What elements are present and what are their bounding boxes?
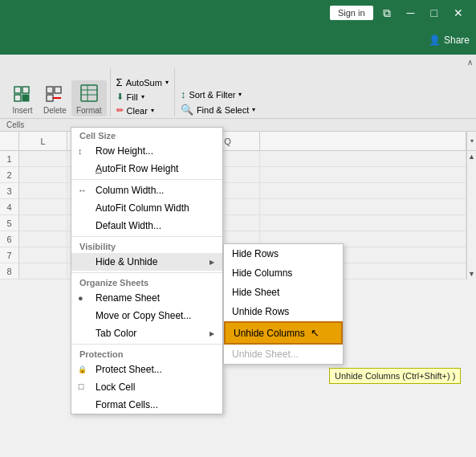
format-dropdown-menu: Cell Size ↕ Row Height... AutoFit Row He… xyxy=(71,127,223,414)
insert-label: Insert xyxy=(12,106,32,115)
row-num-2: 2 xyxy=(0,167,19,183)
row-num-3: 3 xyxy=(0,183,19,199)
restore-button[interactable]: ⧉ xyxy=(376,3,397,23)
fill-dropdown-icon: ▾ xyxy=(141,93,144,100)
share-button[interactable]: 👤 Share xyxy=(429,35,470,46)
move-copy-label: Move or Copy Sheet... xyxy=(96,310,191,321)
svg-rect-8 xyxy=(81,85,97,101)
cell-rest4 xyxy=(260,199,466,215)
autosum-icon: Σ xyxy=(116,76,123,88)
move-copy-item[interactable]: Move or Copy Sheet... xyxy=(71,307,222,324)
row-num-4: 4 xyxy=(0,199,19,215)
row-height-item[interactable]: ↕ Row Height... xyxy=(71,142,222,160)
share-label: Share xyxy=(444,35,470,46)
svg-rect-5 xyxy=(55,87,61,93)
cell-L5[interactable] xyxy=(19,215,67,231)
svg-rect-1 xyxy=(22,87,29,93)
minimize-button[interactable]: ─ xyxy=(401,3,421,22)
vertical-scrollbar[interactable]: ▲ ▼ xyxy=(466,151,476,280)
sort-filter-button[interactable]: ↕ Sort & Filter ▾ xyxy=(178,88,258,101)
unhide-sheet-item[interactable]: Unhide Sheet... xyxy=(224,345,343,364)
protect-sheet-item[interactable]: 🔒 Protect Sheet... xyxy=(71,361,222,378)
autosum-button[interactable]: Σ AutoSum ▾ xyxy=(114,75,171,89)
tab-color-label: Tab Color xyxy=(96,328,136,339)
hide-unhide-submenu: Hide Rows Hide Columns Hide Sheet Unhide… xyxy=(223,243,344,365)
row-height-icon: ↕ xyxy=(78,146,83,156)
cell-rest5 xyxy=(260,215,466,231)
hide-rows-item[interactable]: Hide Rows xyxy=(224,244,343,263)
ribbon-bar: 👤 Share xyxy=(0,26,476,55)
unhide-columns-label: Unhide Columns xyxy=(234,328,305,339)
autofit-column-item[interactable]: AutoFit Column Width xyxy=(71,199,222,217)
sort-dropdown-icon: ▾ xyxy=(238,91,242,98)
close-button[interactable]: ✕ xyxy=(447,3,470,22)
column-width-label: Column Width... xyxy=(96,185,164,196)
protect-sheet-label: Protect Sheet... xyxy=(96,364,162,375)
cell-L3[interactable] xyxy=(19,183,67,199)
format-icon xyxy=(78,82,100,104)
format-label: Format xyxy=(76,106,102,115)
unhide-rows-item[interactable]: Unhide Rows xyxy=(224,302,343,321)
fill-label: Fill xyxy=(127,92,138,102)
svg-rect-4 xyxy=(47,87,53,93)
unhide-columns-item[interactable]: Unhide Columns ↖ xyxy=(224,321,343,345)
autofit-col-label: AutoFit Column Width xyxy=(96,202,189,214)
row-num-7: 7 xyxy=(0,247,19,263)
menu-sep-3 xyxy=(71,272,222,273)
protect-sheet-icon: 🔒 xyxy=(78,365,87,373)
cell-L4[interactable] xyxy=(19,199,67,215)
find-icon: 🔍 xyxy=(181,104,193,116)
cell-L6[interactable] xyxy=(19,231,67,247)
fill-button[interactable]: ⬇ Fill ▾ xyxy=(114,91,171,103)
clear-button[interactable]: ✏ Clear ▾ xyxy=(114,104,171,116)
column-width-item[interactable]: ↔ Column Width... xyxy=(71,182,222,199)
row-num-8: 8 xyxy=(0,263,19,280)
title-bar: Sign in ⧉ ─ □ ✕ xyxy=(0,0,476,26)
autofit-row-item[interactable]: AutoFit Row Height xyxy=(71,160,222,177)
tab-color-item[interactable]: Tab Color xyxy=(71,324,222,342)
hide-columns-item[interactable]: Hide Columns xyxy=(224,263,343,283)
delete-icon xyxy=(43,82,66,104)
column-width-icon: ↔ xyxy=(78,186,87,195)
toolbar-small-group-sort: ↕ Sort & Filter ▾ 🔍 Find & Select ▾ xyxy=(178,88,258,116)
scroll-down-icon[interactable]: ▼ xyxy=(466,268,476,280)
sort-icon: ↕ xyxy=(181,88,186,100)
toolbar-group-insert[interactable]: Insert xyxy=(6,80,39,116)
toolbar: Insert Delete Format Σ xyxy=(0,55,476,119)
default-width-item[interactable]: Default Width... xyxy=(71,217,222,235)
rename-label: Rename Sheet xyxy=(96,292,160,304)
find-label: Find & Select xyxy=(197,105,249,115)
maximize-button[interactable]: □ xyxy=(425,3,444,22)
row-height-label: Row Height... xyxy=(96,145,153,157)
default-width-label: Default Width... xyxy=(96,220,161,231)
corner-cell xyxy=(0,132,19,150)
cell-size-section-title: Cell Size xyxy=(71,128,222,142)
rename-sheet-item[interactable]: ● Rename Sheet xyxy=(71,289,222,307)
format-cells-label: Format Cells... xyxy=(96,399,158,410)
cell-L7[interactable] xyxy=(19,247,67,263)
rename-icon: ● xyxy=(78,293,83,303)
share-icon: 👤 xyxy=(429,35,441,46)
cell-L2[interactable] xyxy=(19,167,67,183)
format-cells-item[interactable]: Format Cells... xyxy=(71,396,222,414)
cell-L1[interactable] xyxy=(19,151,67,167)
ribbon-collapse-button[interactable]: ∧ xyxy=(467,58,473,67)
separator-1 xyxy=(110,68,111,116)
hide-sheet-item[interactable]: Hide Sheet xyxy=(224,283,343,302)
lock-cell-item[interactable]: ☐ Lock Cell xyxy=(71,378,222,396)
find-dropdown-icon: ▾ xyxy=(252,106,255,113)
sign-in-button[interactable]: Sign in xyxy=(330,6,373,20)
row-num-6: 6 xyxy=(0,231,19,247)
organize-section-title: Organize Sheets xyxy=(71,275,222,289)
toolbar-group-delete[interactable]: Delete xyxy=(39,80,71,116)
fill-icon: ⬇ xyxy=(116,92,124,102)
cells-group-label: Cells xyxy=(6,120,24,129)
cursor-icon: ↖ xyxy=(311,327,319,339)
toolbar-group-format[interactable]: Format xyxy=(71,80,107,116)
row-num-5: 5 xyxy=(0,215,19,231)
svg-rect-2 xyxy=(14,95,21,101)
scroll-up-icon[interactable]: ▲ xyxy=(466,151,476,162)
cell-L8[interactable] xyxy=(19,263,67,280)
find-select-button[interactable]: 🔍 Find & Select ▾ xyxy=(178,103,258,116)
hide-unhide-item[interactable]: Hide & Unhide xyxy=(71,253,222,271)
